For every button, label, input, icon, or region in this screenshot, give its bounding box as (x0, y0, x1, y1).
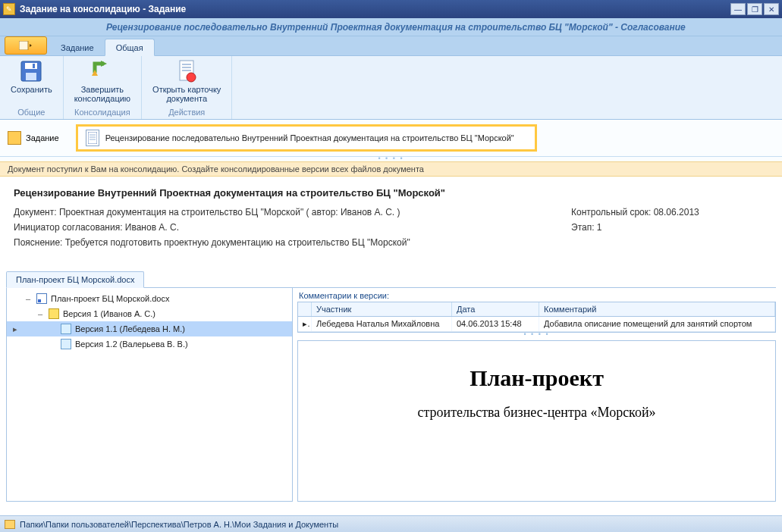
ribbon-group-title-common: Общие (17, 106, 45, 119)
info-banner: Документ поступил к Вам на консолидацию.… (0, 161, 782, 177)
titlebar: ✎ Задание на консолидацию - Задание — ❐ … (0, 0, 782, 18)
subtitle-bar: Рецензирование последовательно Внутренни… (0, 18, 782, 36)
file-tabs: План-проект БЦ Морской.docx (6, 271, 776, 288)
preview-subtitle: строительства бизнес-центра «Морской» (313, 405, 760, 421)
details-deadline: Контрольный срок: 08.06.2013 (571, 205, 768, 220)
svg-rect-8 (182, 70, 191, 71)
details-initiator: Инициатор согласования: Иванов А. С. (14, 220, 571, 235)
task-bar: Задание Рецензирование последовательно В… (0, 120, 782, 157)
file-tab[interactable]: План-проект БЦ Морской.docx (6, 271, 144, 288)
row-marker-current: ▸ (10, 324, 20, 334)
status-path: Папки\Папки пользователей\Перспектива\Пе… (20, 520, 338, 529)
close-button[interactable]: ✕ (764, 3, 779, 15)
svg-rect-10 (88, 132, 97, 144)
grid-header-date[interactable]: Дата (452, 302, 539, 316)
word-file-icon (36, 293, 48, 304)
comments-grid[interactable]: Участник Дата Комментарий ▸ Лебедева Нат… (297, 302, 776, 333)
task-box[interactable]: Рецензирование последовательно Внутренни… (76, 124, 537, 152)
grid-header-selector[interactable] (298, 302, 312, 316)
row-indicator: ▸ (298, 317, 312, 331)
version-check-icon (48, 308, 60, 319)
splitter-handle[interactable]: • • • • (297, 333, 776, 337)
app-icon: ✎ (3, 3, 15, 15)
ribbon-group-title-actions: Действия (168, 106, 205, 119)
svg-point-9 (187, 73, 196, 82)
ribbon-group-consolidation: Завершить консолидацию Консолидация (64, 56, 142, 119)
open-card-label: Открыть карточку документа (152, 85, 221, 103)
document-icon (60, 324, 72, 334)
tree-label: План-проект БЦ Морской.docx (51, 294, 169, 303)
subtitle-text: Рецензирование последовательно Внутренни… (106, 22, 686, 33)
ribbon-group-actions: Открыть карточку документа Действия (142, 56, 232, 119)
ribbon: Сохранить Общие Завершить консолидацию К… (0, 56, 782, 120)
save-button[interactable]: Сохранить (6, 58, 57, 95)
window-buttons: — ❐ ✕ (730, 3, 779, 15)
grid-header: Участник Дата Комментарий (298, 302, 775, 317)
grid-body: ▸ Лебедева Наталья Михайловна 04.06.2013… (298, 317, 775, 332)
statusbar: Папки\Папки пользователей\Перспектива\Пе… (0, 515, 782, 532)
document-icon (86, 130, 99, 146)
task-left-label: Задание (26, 133, 59, 142)
tab-bar: Задание Общая (0, 36, 782, 56)
app-menu-button[interactable] (5, 36, 47, 55)
tree-node-version[interactable]: – Версия 1 (Иванов А. С.) (7, 306, 292, 321)
right-panel: Комментарии к версии: Участник Дата Комм… (297, 288, 776, 502)
cell-user: Лебедева Наталья Михайловна (312, 317, 452, 331)
maximize-button[interactable]: ❐ (747, 3, 762, 15)
svg-rect-3 (26, 73, 36, 80)
details-stage: Этап: 1 (571, 220, 768, 235)
svg-rect-7 (182, 67, 191, 68)
folder-icon (5, 520, 15, 529)
svg-rect-4 (33, 64, 35, 68)
finish-consolidation-button[interactable]: Завершить консолидацию (70, 58, 135, 105)
version-tree[interactable]: – План-проект БЦ Морской.docx – Версия 1… (6, 288, 293, 502)
details-panel: Рецензирование Внутренний Проектная доку… (0, 177, 782, 267)
details-note: Пояснение: Требуется подготовить проектн… (14, 235, 571, 250)
document-card-icon (174, 59, 199, 83)
task-box-text: Рецензирование последовательно Внутренни… (105, 133, 514, 142)
tree-label: Версия 1 (Иванов А. С.) (63, 309, 155, 318)
document-preview[interactable]: План-проект строительства бизнес-центра … (297, 340, 776, 502)
ribbon-group-title-consolidation: Консолидация (74, 106, 130, 119)
comments-title: Комментарии к версии: (297, 288, 776, 302)
task-left: Задание (6, 130, 67, 146)
window-title: Задание на консолидацию - Задание (20, 4, 730, 14)
lower-panel: План-проект БЦ Морской.docx – План-проек… (0, 267, 782, 502)
collapse-icon[interactable]: – (24, 294, 33, 303)
svg-rect-2 (25, 63, 37, 69)
finish-icon (90, 59, 115, 83)
document-icon (60, 339, 72, 349)
details-title: Рецензирование Внутренний Проектная доку… (14, 187, 768, 199)
svg-rect-6 (182, 64, 191, 65)
tree-node-subversion[interactable]: Версия 1.2 (Валерьева В. В.) (7, 336, 292, 352)
task-icon (8, 131, 21, 145)
collapse-icon[interactable]: – (36, 309, 45, 318)
save-label: Сохранить (11, 85, 52, 94)
tree-node-file[interactable]: – План-проект БЦ Морской.docx (7, 291, 292, 306)
cell-comment: Добавила описание помещений для занятий … (539, 317, 775, 331)
save-icon (19, 59, 43, 83)
cell-date: 04.06.2013 15:48 (452, 317, 539, 331)
tab-general[interactable]: Общая (105, 39, 155, 56)
svg-rect-0 (19, 41, 28, 50)
ribbon-group-common: Сохранить Общие (0, 56, 64, 119)
preview-title: План-проект (313, 365, 760, 391)
finish-label: Завершить консолидацию (74, 85, 130, 103)
grid-row[interactable]: ▸ Лебедева Наталья Михайловна 04.06.2013… (298, 317, 775, 332)
tab-task[interactable]: Задание (50, 39, 105, 55)
grid-header-user[interactable]: Участник (312, 302, 452, 316)
minimize-button[interactable]: — (730, 3, 746, 15)
details-document: Документ: Проектная документация на стро… (14, 205, 571, 220)
tree-node-subversion[interactable]: ▸ Версия 1.1 (Лебедева Н. М.) (7, 321, 292, 336)
info-banner-text: Документ поступил к Вам на консолидацию.… (8, 164, 424, 174)
tree-label: Версия 1.2 (Валерьева В. В.) (75, 340, 188, 349)
grid-header-comment[interactable]: Комментарий (539, 302, 775, 316)
open-card-button[interactable]: Открыть карточку документа (148, 58, 225, 105)
tree-label: Версия 1.1 (Лебедева Н. М.) (75, 324, 185, 333)
